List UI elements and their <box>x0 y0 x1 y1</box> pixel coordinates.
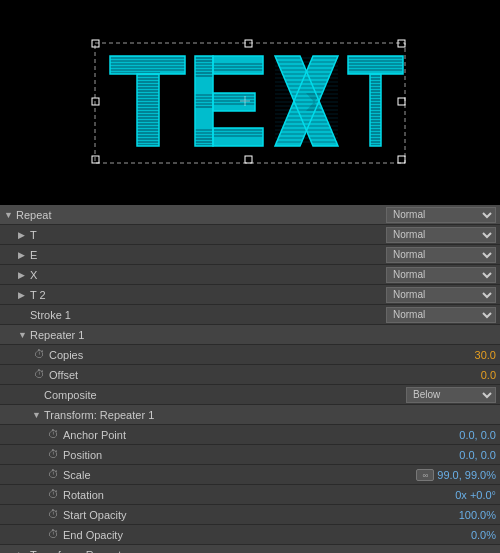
expand-arrow-t[interactable]: ▶ <box>18 230 30 240</box>
transform-repeater1-label: Transform: Repeater 1 <box>44 409 496 421</box>
repeat-label: Repeat <box>16 209 386 221</box>
copies-value[interactable]: 30.0 <box>475 349 496 361</box>
offset-row[interactable]: ⏱ Offset 0.0 <box>0 365 500 385</box>
offset-value[interactable]: 0.0 <box>481 369 496 381</box>
end-opacity-label: End Opacity <box>63 529 471 541</box>
position-label: Position <box>63 449 459 461</box>
offset-label: Offset <box>49 369 481 381</box>
repeater1-label: Repeater 1 <box>30 329 496 341</box>
transform-repeat-row[interactable]: ▶ Transform: Repeat <box>0 545 500 553</box>
repeat-dropdown[interactable]: Normal <box>386 207 496 223</box>
start-opacity-row[interactable]: ⏱ Start Opacity 100.0% <box>0 505 500 525</box>
start-opacity-label: Start Opacity <box>63 509 459 521</box>
anchor-point-value[interactable]: 0.0, 0.0 <box>459 429 496 441</box>
stopwatch-icon-start-opacity[interactable]: ⏱ <box>46 508 60 522</box>
scale-value[interactable]: 99.0, 99.0% <box>437 469 496 481</box>
rotation-value[interactable]: 0x +0.0° <box>455 489 496 501</box>
composite-row[interactable]: ▶ Composite Below Above <box>0 385 500 405</box>
transform-repeater1-row[interactable]: ▼ Transform: Repeater 1 <box>0 405 500 425</box>
stopwatch-icon-offset[interactable]: ⏱ <box>32 368 46 382</box>
t2-row[interactable]: ▶ T 2 Normal <box>0 285 500 305</box>
expand-arrow-transform-repeater1[interactable]: ▼ <box>32 410 44 420</box>
rotation-row[interactable]: ⏱ Rotation 0x +0.0° <box>0 485 500 505</box>
end-opacity-row[interactable]: ⏱ End Opacity 0.0% <box>0 525 500 545</box>
repeat-row[interactable]: ▼ Repeat Normal <box>0 205 500 225</box>
end-opacity-value[interactable]: 0.0% <box>471 529 496 541</box>
repeater1-row[interactable]: ▼ Repeater 1 <box>0 325 500 345</box>
e-dropdown-container: Normal <box>386 247 496 263</box>
start-opacity-value[interactable]: 100.0% <box>459 509 496 521</box>
t-label: T <box>30 229 386 241</box>
t2-label: T 2 <box>30 289 386 301</box>
stroke1-row[interactable]: ▶ Stroke 1 Normal <box>0 305 500 325</box>
position-row[interactable]: ⏱ Position 0.0, 0.0 <box>0 445 500 465</box>
expand-arrow-x[interactable]: ▶ <box>18 270 30 280</box>
copies-label: Copies <box>49 349 475 361</box>
position-value[interactable]: 0.0, 0.0 <box>459 449 496 461</box>
svg-rect-46 <box>213 128 263 146</box>
stopwatch-icon-rotation[interactable]: ⏱ <box>46 488 60 502</box>
x-dropdown[interactable]: Normal <box>386 267 496 283</box>
t-dropdown-container: Normal <box>386 227 496 243</box>
svg-rect-96 <box>348 56 403 74</box>
e-label: E <box>30 249 386 261</box>
e-row[interactable]: ▶ E Normal <box>0 245 500 265</box>
anchor-point-label: Anchor Point <box>63 429 459 441</box>
text-preview <box>90 38 410 168</box>
link-icon-scale[interactable]: ∞ <box>416 469 434 481</box>
stopwatch-icon-end-opacity[interactable]: ⏱ <box>46 528 60 542</box>
svg-rect-5 <box>398 98 405 105</box>
stroke1-label: Stroke 1 <box>30 309 386 321</box>
panel-area: ▼ Repeat Normal ▶ T Normal ▶ E Normal ▶ … <box>0 205 500 553</box>
expand-arrow-transform-repeat[interactable]: ▶ <box>18 550 30 554</box>
scale-label: Scale <box>63 469 416 481</box>
stopwatch-icon-copies[interactable]: ⏱ <box>32 348 46 362</box>
transform-repeat-label: Transform: Repeat <box>30 549 496 554</box>
expand-arrow-repeater1[interactable]: ▼ <box>18 330 30 340</box>
e-dropdown[interactable]: Normal <box>386 247 496 263</box>
svg-rect-9 <box>110 56 185 74</box>
expand-arrow-repeat[interactable]: ▼ <box>4 210 16 220</box>
x-dropdown-container: Normal <box>386 267 496 283</box>
expand-arrow-t2[interactable]: ▶ <box>18 290 30 300</box>
stroke1-dropdown-container: Normal <box>386 307 496 323</box>
t2-dropdown-container: Normal <box>386 287 496 303</box>
t2-dropdown[interactable]: Normal <box>386 287 496 303</box>
t-row[interactable]: ▶ T Normal <box>0 225 500 245</box>
stroke1-dropdown[interactable]: Normal <box>386 307 496 323</box>
composite-label: Composite <box>44 389 406 401</box>
svg-rect-7 <box>245 156 252 163</box>
x-row[interactable]: ▶ X Normal <box>0 265 500 285</box>
repeat-dropdown-container: Normal <box>386 207 496 223</box>
composite-dropdown[interactable]: Below Above <box>406 387 496 403</box>
composite-dropdown-container: Below Above <box>406 387 496 403</box>
stopwatch-icon-anchor[interactable]: ⏱ <box>46 428 60 442</box>
canvas-area <box>0 0 500 205</box>
svg-rect-8 <box>398 156 405 163</box>
svg-rect-44 <box>213 56 263 74</box>
x-label: X <box>30 269 386 281</box>
anchor-point-row[interactable]: ⏱ Anchor Point 0.0, 0.0 <box>0 425 500 445</box>
copies-row[interactable]: ⏱ Copies 30.0 <box>0 345 500 365</box>
rotation-label: Rotation <box>63 489 455 501</box>
expand-arrow-e[interactable]: ▶ <box>18 250 30 260</box>
svg-rect-45 <box>213 93 255 111</box>
stopwatch-icon-position[interactable]: ⏱ <box>46 448 60 462</box>
scale-row[interactable]: ⏱ Scale ∞ 99.0, 99.0% <box>0 465 500 485</box>
stopwatch-icon-scale[interactable]: ⏱ <box>46 468 60 482</box>
t-dropdown[interactable]: Normal <box>386 227 496 243</box>
